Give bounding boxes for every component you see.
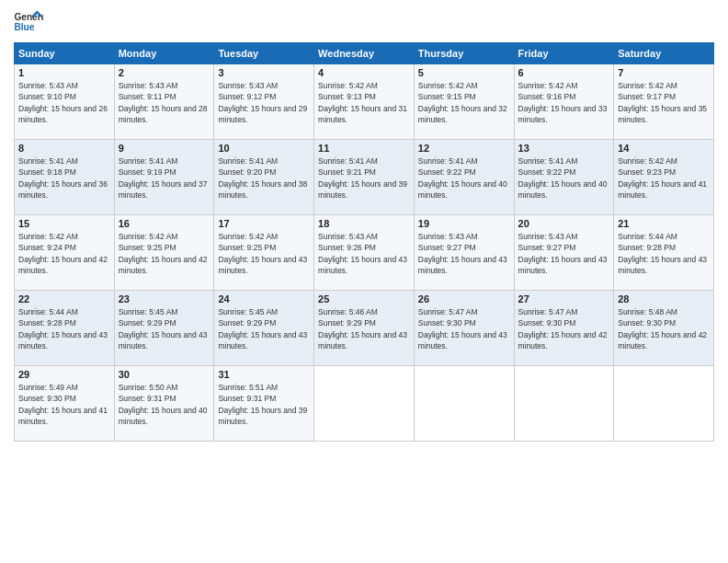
day-number: 9 — [119, 143, 210, 154]
day-info: Sunrise: 5:43 AMSunset: 9:27 PMDaylight:… — [518, 232, 608, 275]
calendar-cell: 17 Sunrise: 5:42 AMSunset: 9:25 PMDaylig… — [214, 215, 314, 291]
day-number: 2 — [119, 67, 210, 78]
day-info: Sunrise: 5:41 AMSunset: 9:18 PMDaylight:… — [18, 156, 108, 200]
weekday-header-tuesday: Tuesday — [214, 43, 314, 64]
weekday-header-wednesday: Wednesday — [314, 43, 415, 64]
day-number: 16 — [119, 218, 210, 229]
day-info: Sunrise: 5:41 AMSunset: 9:19 PMDaylight:… — [119, 156, 208, 200]
calendar-cell: 10 Sunrise: 5:41 AMSunset: 9:20 PMDaylig… — [214, 140, 314, 215]
day-number: 12 — [418, 143, 510, 154]
day-number: 10 — [218, 143, 310, 154]
calendar-cell: 18 Sunrise: 5:43 AMSunset: 9:26 PMDaylig… — [314, 215, 415, 291]
day-number: 1 — [18, 67, 110, 78]
calendar-cell: 14 Sunrise: 5:42 AMSunset: 9:23 PMDaylig… — [614, 140, 714, 215]
day-info: Sunrise: 5:41 AMSunset: 9:21 PMDaylight:… — [318, 156, 407, 200]
day-number: 7 — [618, 67, 710, 78]
day-info: Sunrise: 5:42 AMSunset: 9:13 PMDaylight:… — [318, 81, 407, 124]
day-info: Sunrise: 5:43 AMSunset: 9:27 PMDaylight:… — [418, 232, 507, 275]
day-info: Sunrise: 5:45 AMSunset: 9:29 PMDaylight:… — [119, 307, 208, 350]
calendar-cell: 28 Sunrise: 5:48 AMSunset: 9:30 PMDaylig… — [614, 291, 714, 366]
logo: General Blue — [14, 9, 43, 35]
calendar-cell: 4 Sunrise: 5:42 AMSunset: 9:13 PMDayligh… — [314, 64, 415, 140]
calendar-cell: 21 Sunrise: 5:44 AMSunset: 9:28 PMDaylig… — [614, 215, 714, 291]
day-info: Sunrise: 5:47 AMSunset: 9:30 PMDaylight:… — [518, 307, 608, 350]
weekday-header-friday: Friday — [514, 43, 614, 64]
calendar-cell: 30 Sunrise: 5:50 AMSunset: 9:31 PMDaylig… — [114, 366, 214, 442]
day-number: 31 — [218, 369, 310, 380]
calendar-cell: 22 Sunrise: 5:44 AMSunset: 9:28 PMDaylig… — [15, 291, 115, 366]
calendar-week-1: 1 Sunrise: 5:43 AMSunset: 9:10 PMDayligh… — [15, 64, 714, 140]
calendar-cell: 11 Sunrise: 5:41 AMSunset: 9:21 PMDaylig… — [314, 140, 415, 215]
calendar-cell — [314, 366, 415, 442]
day-info: Sunrise: 5:43 AMSunset: 9:10 PMDaylight:… — [18, 81, 108, 124]
day-number: 14 — [618, 143, 710, 154]
calendar-cell: 25 Sunrise: 5:46 AMSunset: 9:29 PMDaylig… — [314, 291, 415, 366]
day-info: Sunrise: 5:41 AMSunset: 9:22 PMDaylight:… — [518, 156, 608, 200]
calendar-cell: 24 Sunrise: 5:45 AMSunset: 9:29 PMDaylig… — [214, 291, 314, 366]
day-info: Sunrise: 5:43 AMSunset: 9:11 PMDaylight:… — [119, 81, 208, 124]
calendar-cell: 7 Sunrise: 5:42 AMSunset: 9:17 PMDayligh… — [614, 64, 714, 140]
calendar-cell: 26 Sunrise: 5:47 AMSunset: 9:30 PMDaylig… — [414, 291, 514, 366]
day-info: Sunrise: 5:42 AMSunset: 9:25 PMDaylight:… — [119, 232, 208, 275]
day-info: Sunrise: 5:43 AMSunset: 9:12 PMDaylight:… — [218, 81, 307, 124]
calendar-week-5: 29 Sunrise: 5:49 AMSunset: 9:30 PMDaylig… — [15, 366, 714, 442]
calendar-cell: 1 Sunrise: 5:43 AMSunset: 9:10 PMDayligh… — [15, 64, 115, 140]
calendar-cell: 3 Sunrise: 5:43 AMSunset: 9:12 PMDayligh… — [214, 64, 314, 140]
calendar-cell — [614, 366, 714, 442]
header: General Blue — [14, 9, 714, 35]
calendar-week-4: 22 Sunrise: 5:44 AMSunset: 9:28 PMDaylig… — [15, 291, 714, 366]
calendar-table: SundayMondayTuesdayWednesdayThursdayFrid… — [14, 42, 714, 442]
weekday-header-row: SundayMondayTuesdayWednesdayThursdayFrid… — [15, 43, 714, 64]
calendar-cell: 20 Sunrise: 5:43 AMSunset: 9:27 PMDaylig… — [514, 215, 614, 291]
day-info: Sunrise: 5:51 AMSunset: 9:31 PMDaylight:… — [218, 383, 307, 426]
day-number: 4 — [318, 67, 410, 78]
calendar-cell: 27 Sunrise: 5:47 AMSunset: 9:30 PMDaylig… — [514, 291, 614, 366]
day-number: 13 — [518, 143, 610, 154]
day-number: 21 — [618, 218, 710, 229]
page: General Blue SundayMondayTuesdayWednesda… — [0, 0, 728, 563]
day-number: 30 — [119, 369, 210, 380]
calendar-cell: 6 Sunrise: 5:42 AMSunset: 9:16 PMDayligh… — [514, 64, 614, 140]
day-number: 3 — [218, 67, 310, 78]
day-number: 11 — [318, 143, 410, 154]
calendar-cell: 13 Sunrise: 5:41 AMSunset: 9:22 PMDaylig… — [514, 140, 614, 215]
day-info: Sunrise: 5:48 AMSunset: 9:30 PMDaylight:… — [618, 307, 707, 350]
calendar-cell: 31 Sunrise: 5:51 AMSunset: 9:31 PMDaylig… — [214, 366, 314, 442]
day-info: Sunrise: 5:46 AMSunset: 9:29 PMDaylight:… — [318, 307, 407, 350]
day-number: 17 — [218, 218, 310, 229]
day-info: Sunrise: 5:42 AMSunset: 9:15 PMDaylight:… — [418, 81, 507, 124]
day-info: Sunrise: 5:44 AMSunset: 9:28 PMDaylight:… — [618, 232, 707, 275]
day-number: 24 — [218, 293, 310, 304]
day-number: 6 — [518, 67, 610, 78]
calendar-cell — [414, 366, 514, 442]
weekday-header-thursday: Thursday — [414, 43, 514, 64]
svg-text:Blue: Blue — [14, 22, 34, 32]
day-info: Sunrise: 5:42 AMSunset: 9:16 PMDaylight:… — [518, 81, 608, 124]
calendar-week-3: 15 Sunrise: 5:42 AMSunset: 9:24 PMDaylig… — [15, 215, 714, 291]
calendar-cell: 8 Sunrise: 5:41 AMSunset: 9:18 PMDayligh… — [15, 140, 115, 215]
day-info: Sunrise: 5:44 AMSunset: 9:28 PMDaylight:… — [18, 307, 108, 350]
calendar-cell: 23 Sunrise: 5:45 AMSunset: 9:29 PMDaylig… — [114, 291, 214, 366]
day-info: Sunrise: 5:47 AMSunset: 9:30 PMDaylight:… — [418, 307, 507, 350]
day-info: Sunrise: 5:43 AMSunset: 9:26 PMDaylight:… — [318, 232, 407, 275]
calendar-cell: 19 Sunrise: 5:43 AMSunset: 9:27 PMDaylig… — [414, 215, 514, 291]
calendar-cell: 29 Sunrise: 5:49 AMSunset: 9:30 PMDaylig… — [15, 366, 115, 442]
day-info: Sunrise: 5:42 AMSunset: 9:25 PMDaylight:… — [218, 232, 307, 275]
day-number: 19 — [418, 218, 510, 229]
day-info: Sunrise: 5:50 AMSunset: 9:31 PMDaylight:… — [119, 383, 208, 426]
day-number: 18 — [318, 218, 410, 229]
day-info: Sunrise: 5:42 AMSunset: 9:24 PMDaylight:… — [18, 232, 108, 275]
day-info: Sunrise: 5:41 AMSunset: 9:20 PMDaylight:… — [218, 156, 307, 200]
day-number: 28 — [618, 293, 710, 304]
weekday-header-sunday: Sunday — [15, 43, 115, 64]
day-number: 23 — [119, 293, 210, 304]
day-number: 27 — [518, 293, 610, 304]
day-number: 5 — [418, 67, 510, 78]
calendar-cell: 2 Sunrise: 5:43 AMSunset: 9:11 PMDayligh… — [114, 64, 214, 140]
weekday-header-saturday: Saturday — [614, 43, 714, 64]
logo-icon: General Blue — [14, 9, 43, 35]
day-number: 20 — [518, 218, 610, 229]
day-number: 29 — [18, 369, 110, 380]
day-number: 26 — [418, 293, 510, 304]
day-info: Sunrise: 5:45 AMSunset: 9:29 PMDaylight:… — [218, 307, 307, 350]
